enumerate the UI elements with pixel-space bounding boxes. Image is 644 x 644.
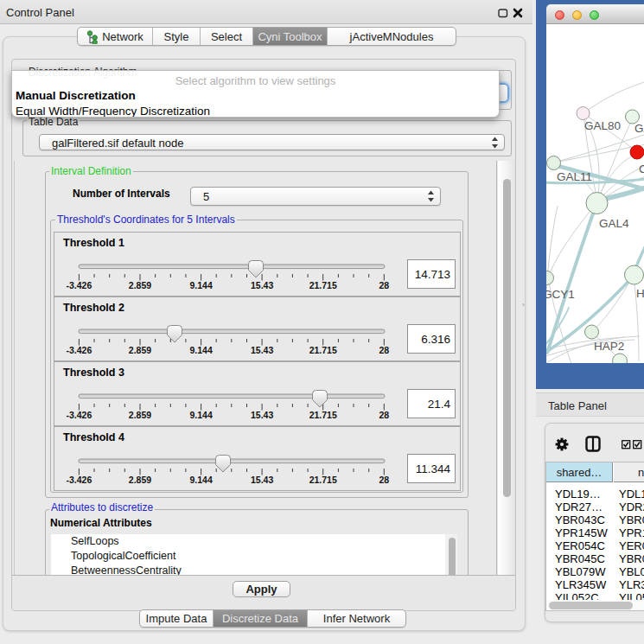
svg-text:-3.426: -3.426: [67, 475, 92, 485]
svg-text:21.715: 21.715: [309, 410, 337, 420]
svg-text:GCY1: GCY1: [546, 288, 575, 301]
svg-text:2.859: 2.859: [129, 410, 151, 420]
svg-text:2.859: 2.859: [129, 280, 151, 290]
svg-text:28: 28: [379, 345, 389, 355]
svg-text:15.43: 15.43: [251, 475, 273, 485]
svg-text:GAL80: GAL80: [584, 119, 621, 132]
svg-text:9.144: 9.144: [189, 345, 212, 355]
svg-text:H: H: [636, 287, 644, 300]
svg-text:15.43: 15.43: [251, 280, 273, 290]
svg-text:28: 28: [379, 280, 389, 290]
svg-text:-3.426: -3.426: [67, 345, 92, 355]
svg-text:GAL11: GAL11: [557, 170, 592, 183]
svg-text:-3.426: -3.426: [67, 280, 92, 290]
svg-text:9.144: 9.144: [189, 410, 212, 420]
svg-text:GAL4: GAL4: [599, 217, 629, 230]
svg-text:HAP2: HAP2: [594, 340, 624, 353]
svg-text:GA: GA: [634, 122, 644, 135]
svg-text:9.144: 9.144: [189, 475, 212, 485]
svg-text:28: 28: [379, 475, 389, 485]
svg-text:2.859: 2.859: [129, 345, 151, 355]
svg-text:21.715: 21.715: [309, 280, 337, 290]
svg-text:C: C: [639, 163, 644, 175]
svg-text:15.43: 15.43: [251, 410, 273, 420]
svg-text:2.859: 2.859: [129, 475, 151, 485]
svg-text:21.715: 21.715: [309, 345, 337, 355]
svg-text:-3.426: -3.426: [67, 410, 92, 420]
svg-text:28: 28: [379, 410, 389, 420]
svg-text:21.715: 21.715: [309, 475, 337, 485]
svg-text:15.43: 15.43: [251, 345, 273, 355]
svg-text:9.144: 9.144: [189, 280, 212, 290]
